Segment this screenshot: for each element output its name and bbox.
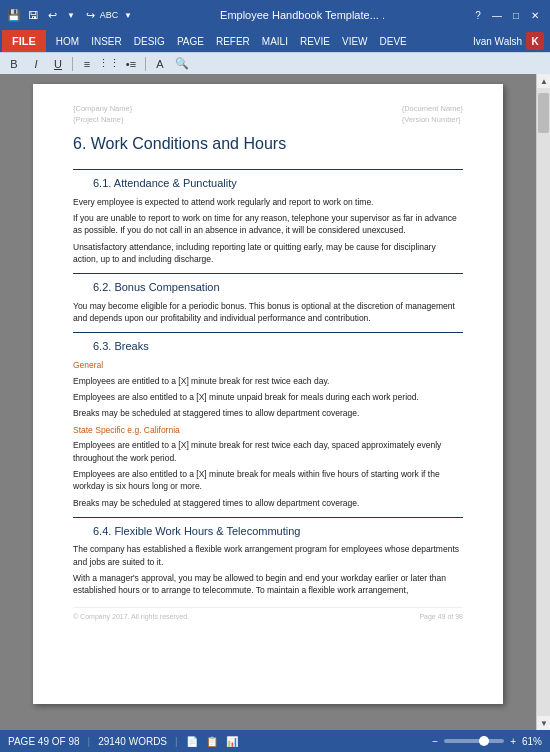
toolbar-btn-3[interactable]: U: [48, 55, 68, 73]
window-title: Employee Handbook Template... .: [140, 9, 465, 21]
company-name: {Company Name}: [73, 104, 132, 115]
section-6-4-title: 6.4. Flexible Work Hours & Telecommuting: [73, 524, 463, 539]
word-count: 29140 WORDS: [98, 736, 167, 747]
ribbon-user: Ivan Walsh K: [473, 32, 548, 50]
save-icon[interactable]: 💾: [6, 7, 22, 23]
status-sep-2: |: [175, 736, 178, 747]
tab-review[interactable]: REVIE: [294, 30, 336, 52]
redo-icon[interactable]: ↪: [82, 7, 98, 23]
save2-icon[interactable]: 🖫: [25, 7, 41, 23]
status-right: − + 61%: [432, 736, 542, 747]
tab-references[interactable]: REFER: [210, 30, 256, 52]
toolbar-btn-4[interactable]: ≡: [77, 55, 97, 73]
version-number: {Version Number}: [402, 115, 463, 126]
scroll-thumb[interactable]: [538, 93, 549, 133]
more-icon[interactable]: ▼: [120, 7, 136, 23]
tab-view[interactable]: VIEW: [336, 30, 374, 52]
section-6-3-title: 6.3. Breaks: [73, 339, 463, 354]
section-6-4-p1: The company has established a flexible w…: [73, 543, 463, 568]
tab-mailings[interactable]: MAILI: [256, 30, 294, 52]
ribbon-toolbar: B I U ≡ ⋮⋮ •≡ A 🔍: [0, 52, 550, 74]
section-6-1-p1: Every employee is expected to attend wor…: [73, 196, 463, 208]
close-button[interactable]: ✕: [526, 6, 544, 24]
ribbon-file-row: FILE HOM INSER DESIG PAGE REFER MAILI RE…: [0, 30, 550, 52]
toolbar-btn-1[interactable]: B: [4, 55, 24, 73]
tab-developer[interactable]: DEVE: [374, 30, 413, 52]
status-icon-2[interactable]: 📋: [206, 736, 218, 747]
scroll-down-arrow[interactable]: ▼: [537, 716, 550, 730]
zoom-slider[interactable]: [444, 739, 504, 743]
undo-dropdown-icon[interactable]: ▼: [63, 7, 79, 23]
doc-footer: © Company 2017. All rights reserved. Pag…: [73, 607, 463, 622]
footer-page: Page 49 of 98: [419, 612, 463, 622]
scrollbar-right[interactable]: ▲ ▼: [536, 74, 550, 730]
window-controls: ? — □ ✕: [469, 6, 544, 24]
section-6-1-p2: If you are unable to report to work on t…: [73, 212, 463, 237]
section-6-3-state-p2: Employees are also entitled to a [X] min…: [73, 468, 463, 493]
doc-container[interactable]: {Company Name} {Project Name} {Document …: [0, 74, 536, 730]
toolbar-sep-1: [72, 57, 73, 71]
section-6-2-title: 6.2. Bonus Compensation: [73, 280, 463, 295]
spell-icon[interactable]: ABC: [101, 7, 117, 23]
toolbar-sep-2: [145, 57, 146, 71]
doc-header: {Company Name} {Project Name} {Document …: [73, 104, 463, 125]
doc-page: {Company Name} {Project Name} {Document …: [33, 84, 503, 704]
help-button[interactable]: ?: [469, 6, 487, 24]
scroll-up-arrow[interactable]: ▲: [537, 74, 550, 88]
title-bar: 💾 🖫 ↩ ▼ ↪ ABC ▼ Employee Handbook Templa…: [0, 0, 550, 30]
doc-header-left: {Company Name} {Project Name}: [73, 104, 132, 125]
section-6-3-state-p1: Employees are entitled to a [X] minute b…: [73, 439, 463, 464]
section-6-3-state-p3: Breaks may be scheduled at staggered tim…: [73, 497, 463, 509]
status-bar: PAGE 49 OF 98 | 29140 WORDS | 📄 📋 📊 − + …: [0, 730, 550, 752]
toolbar-btn-5[interactable]: ⋮⋮: [99, 55, 119, 73]
tab-insert[interactable]: INSER: [85, 30, 128, 52]
title-bar-icons: 💾 🖫 ↩ ▼ ↪ ABC ▼: [6, 7, 136, 23]
toolbar-btn-8[interactable]: 🔍: [172, 55, 192, 73]
undo-icon[interactable]: ↩: [44, 7, 60, 23]
section-6-1-p3: Unsatisfactory attendance, including rep…: [73, 241, 463, 266]
status-icon-1[interactable]: 📄: [186, 736, 198, 747]
ribbon: FILE HOM INSER DESIG PAGE REFER MAILI RE…: [0, 30, 550, 74]
tab-design[interactable]: DESIG: [128, 30, 171, 52]
tab-page[interactable]: PAGE: [171, 30, 210, 52]
section-6-3-state-label: State Specific e.g. California: [73, 425, 463, 437]
section-6-3-gen-p2: Employees are also entitled to a [X] min…: [73, 391, 463, 403]
status-icon-3[interactable]: 📊: [226, 736, 238, 747]
section-6-3-general-label: General: [73, 360, 463, 372]
main-area: {Company Name} {Project Name} {Document …: [0, 74, 550, 730]
divider-6-4: [73, 517, 463, 518]
divider-6-2: [73, 273, 463, 274]
section-6-3-gen-p3: Breaks may be scheduled at staggered tim…: [73, 407, 463, 419]
maximize-button[interactable]: □: [507, 6, 525, 24]
status-sep-1: |: [88, 736, 91, 747]
divider-6-1: [73, 169, 463, 170]
minimize-button[interactable]: —: [488, 6, 506, 24]
zoom-level: 61%: [522, 736, 542, 747]
zoom-out-btn[interactable]: −: [432, 736, 438, 747]
section-6-3-gen-p1: Employees are entitled to a [X] minute b…: [73, 375, 463, 387]
divider-6-3: [73, 332, 463, 333]
document-name: {Document Name}: [402, 104, 463, 115]
toolbar-btn-7[interactable]: A: [150, 55, 170, 73]
project-name: {Project Name}: [73, 115, 132, 126]
footer-copyright: © Company 2017. All rights reserved.: [73, 612, 189, 622]
zoom-in-btn[interactable]: +: [510, 736, 516, 747]
doc-header-right: {Document Name} {Version Number}: [402, 104, 463, 125]
main-section-title: 6. Work Conditions and Hours: [73, 133, 463, 159]
page-count: PAGE 49 OF 98: [8, 736, 80, 747]
section-6-4-p2: With a manager's approval, you may be al…: [73, 572, 463, 597]
section-6-2-p1: You may become eligible for a periodic b…: [73, 300, 463, 325]
user-name: Ivan Walsh: [473, 36, 522, 47]
file-tab[interactable]: FILE: [2, 30, 46, 52]
tab-hom[interactable]: HOM: [50, 30, 85, 52]
ribbon-tabs: HOM INSER DESIG PAGE REFER MAILI REVIE V…: [46, 30, 473, 52]
zoom-thumb: [479, 736, 489, 746]
toolbar-btn-2[interactable]: I: [26, 55, 46, 73]
section-6-1-title: 6.1. Attendance & Punctuality: [73, 176, 463, 191]
scroll-track[interactable]: [537, 88, 550, 716]
toolbar-btn-6[interactable]: •≡: [121, 55, 141, 73]
user-avatar: K: [526, 32, 544, 50]
